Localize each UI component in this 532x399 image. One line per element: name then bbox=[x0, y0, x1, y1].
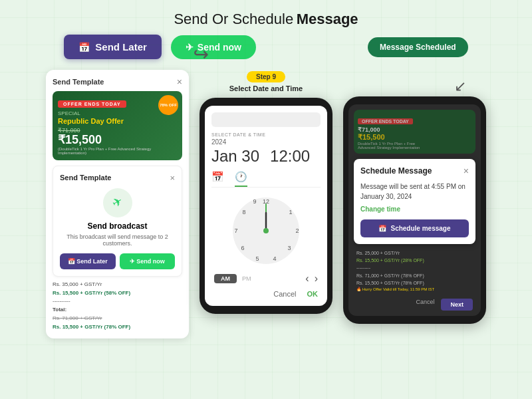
dt-top-blur bbox=[211, 112, 321, 127]
svg-text:5: 5 bbox=[255, 255, 259, 262]
clock-wrapper: 12 1 2 3 4 5 6 7 8 9 bbox=[229, 194, 303, 267]
page-title: Send Or Schedule Message bbox=[0, 0, 532, 35]
republic-title: SPECIAL Republic Day Offer bbox=[58, 110, 177, 126]
off-badge: 78% OFF bbox=[158, 95, 178, 115]
svg-text:3: 3 bbox=[287, 245, 291, 251]
dt-date-time-row: Jan 30 12:00 bbox=[211, 147, 321, 166]
pm-btn[interactable]: PM bbox=[242, 275, 251, 282]
schedule-btn-label: Schedule message bbox=[390, 225, 450, 232]
send-now-button-top[interactable]: ✈ Send now bbox=[171, 35, 256, 59]
ok-btn-dt[interactable]: OK bbox=[307, 290, 319, 298]
send-template-card: Send Template × OFFER ENDS TODAY 78% OFF… bbox=[46, 70, 189, 338]
schedule-btn-icon: 📅 bbox=[378, 225, 386, 232]
close-icon-inner[interactable]: × bbox=[170, 173, 175, 183]
clock-svg: 12 1 2 3 4 5 6 7 8 9 bbox=[229, 194, 303, 267]
dt-tabs: 📅 🕐 bbox=[211, 171, 321, 188]
calendar-icon-top: 📅 bbox=[78, 42, 90, 53]
phone-frame-mid: SELECT DATE & TIME 2024 Jan 30 12:00 📅 🕐 bbox=[200, 98, 332, 314]
inner-dialog-title: Send Template bbox=[60, 174, 111, 182]
schedule-message-button[interactable]: 📅 Schedule message bbox=[360, 219, 469, 237]
phone-screen-right: OFFER ENDS TODAY ₹71,000 ₹15,500 DoubleT… bbox=[348, 104, 481, 316]
scheduled-label: Message Scheduled bbox=[380, 43, 456, 52]
plan-desc: (DoubleTick 1 Yr Pro Plan + Free Advance… bbox=[58, 147, 177, 155]
close-icon-schedule[interactable]: × bbox=[464, 166, 469, 176]
new-price-text: ₹15,500 bbox=[58, 133, 102, 146]
schedule-title: Schedule Message bbox=[360, 166, 432, 176]
price-divider: ---------- bbox=[53, 297, 182, 306]
cancel-btn-dt[interactable]: Cancel bbox=[273, 290, 296, 298]
price-line1: Rs. 35,000 + GST/Yr bbox=[53, 281, 182, 289]
special-label: SPECIAL bbox=[58, 110, 177, 117]
ampm-row: AM PM ‹ › bbox=[211, 273, 321, 285]
ampm-buttons: AM PM bbox=[214, 274, 251, 283]
title-normal: Send Or Schedule bbox=[174, 11, 293, 27]
panels-container: ↩ Send Template × OFFER ENDS TODAY 78% O… bbox=[0, 70, 532, 338]
promo-image: OFFER ENDS TODAY 78% OFF SPECIAL Republi… bbox=[53, 91, 182, 160]
next-button[interactable]: Next bbox=[441, 299, 473, 311]
panel-right: ↙ OFFER ENDS TODAY ₹71,000 ₹15,500 Doubl… bbox=[343, 96, 486, 324]
arrow-from-badge: ↙ bbox=[454, 78, 466, 95]
prev-arrow[interactable]: ‹ bbox=[305, 273, 309, 285]
republic-text: Republic Day Offer bbox=[58, 117, 124, 125]
send-icon-top: ✈ bbox=[186, 42, 194, 53]
price-line2: Rs. 15,500 + GST/Yr (58% OFF) bbox=[53, 289, 182, 298]
panel-left: ↩ Send Template × OFFER ENDS TODAY 78% O… bbox=[46, 70, 189, 338]
off-text: 78% OFF bbox=[160, 103, 177, 108]
offer-banner: OFFER ENDS TODAY bbox=[58, 100, 126, 108]
schedule-body: Message will be sent at 4:55 PM on Janua… bbox=[360, 182, 469, 201]
cancel-btn-right[interactable]: Cancel bbox=[416, 299, 434, 311]
phone-frame-right: OFFER ENDS TODAY ₹71,000 ₹15,500 DoubleT… bbox=[343, 96, 486, 324]
send-plane-icon: ✈ bbox=[109, 194, 125, 211]
right-pricing: Rs. 25,000 + GST/Yr Rs. 15,500 + GST/Yr … bbox=[354, 249, 475, 293]
right-template-bg: OFFER ENDS TODAY ₹71,000 ₹15,500 DoubleT… bbox=[354, 110, 475, 154]
phone-screen-mid: SELECT DATE & TIME 2024 Jan 30 12:00 📅 🕐 bbox=[205, 106, 327, 306]
card-title: Send Template bbox=[53, 78, 104, 86]
step-label: Step 9 Select Date and Time bbox=[200, 70, 332, 92]
dt-time: 12:00 bbox=[270, 147, 310, 166]
bottom-pricing: Rs. 35,000 + GST/Yr Rs. 15,500 + GST/Yr … bbox=[53, 281, 182, 332]
broadcast-title: Send broadcast bbox=[60, 221, 175, 231]
time-arrows: ‹ › bbox=[305, 273, 318, 285]
next-arrow[interactable]: › bbox=[315, 273, 318, 285]
price-total1: Rs. 71,000 + GST/Yr bbox=[53, 315, 182, 323]
plan-text: (DoubleTick 1 Yr Pro Plan + Free Advance… bbox=[58, 147, 151, 155]
arrow-to-mid: ↩ bbox=[194, 43, 209, 65]
step-badge: Step 9 bbox=[247, 71, 285, 82]
dialog-buttons: 📅 Send Later ✈ Send now bbox=[60, 253, 175, 269]
send-later-button[interactable]: 📅 Send Later bbox=[60, 253, 116, 269]
price-total-label: Total: bbox=[53, 306, 182, 315]
clock-tab[interactable]: 🕐 bbox=[235, 171, 247, 187]
price-total2: Rs. 15,500 + GST/Yr (78% OFF) bbox=[53, 323, 182, 332]
card-header: Send Template × bbox=[53, 76, 182, 87]
schedule-dialog: Schedule Message × Message will be sent … bbox=[354, 159, 475, 244]
offer-text: OFFER ENDS TODAY bbox=[63, 102, 121, 106]
svg-text:8: 8 bbox=[242, 209, 245, 215]
am-btn[interactable]: AM bbox=[214, 274, 237, 283]
right-actions: Cancel Next bbox=[354, 299, 475, 311]
svg-text:1: 1 bbox=[289, 209, 292, 215]
inner-dialog-header: Send Template × bbox=[60, 173, 175, 183]
svg-text:6: 6 bbox=[241, 245, 244, 251]
dt-year: 2024 bbox=[211, 138, 321, 146]
svg-text:9: 9 bbox=[253, 198, 256, 205]
send-later-button-top[interactable]: 📅 Send Later bbox=[64, 35, 162, 59]
calendar-tab[interactable]: 📅 bbox=[211, 171, 224, 187]
panel-mid: Step 9 Select Date and Time SELECT DATE … bbox=[200, 70, 332, 314]
dt-date: Jan 30 bbox=[211, 147, 259, 166]
send-icon-wrapper: ✈ bbox=[103, 188, 132, 217]
top-buttons-row: 📅 Send Later ✈ Send now Message Schedule… bbox=[0, 35, 532, 59]
step-desc: Select Date and Time bbox=[200, 84, 332, 92]
dt-actions: Cancel OK bbox=[211, 285, 321, 299]
send-later-btn-label: Send Later bbox=[76, 258, 108, 265]
title-bold: Message bbox=[297, 11, 358, 27]
close-icon-card[interactable]: × bbox=[177, 76, 182, 87]
dt-label: SELECT DATE & TIME bbox=[211, 132, 321, 137]
send-later-label: Send Later bbox=[95, 41, 147, 53]
new-price: ₹15,500 bbox=[58, 134, 177, 146]
svg-text:2: 2 bbox=[295, 227, 299, 234]
change-time-link[interactable]: Change time bbox=[360, 205, 469, 213]
send-now-btn-label: Send now bbox=[136, 258, 165, 265]
send-now-button[interactable]: ✈ Send now bbox=[120, 253, 176, 269]
send-broadcast-dialog: Send Template × ✈ Send broadcast This br… bbox=[53, 166, 182, 277]
message-scheduled-badge: Message Scheduled bbox=[368, 37, 468, 57]
